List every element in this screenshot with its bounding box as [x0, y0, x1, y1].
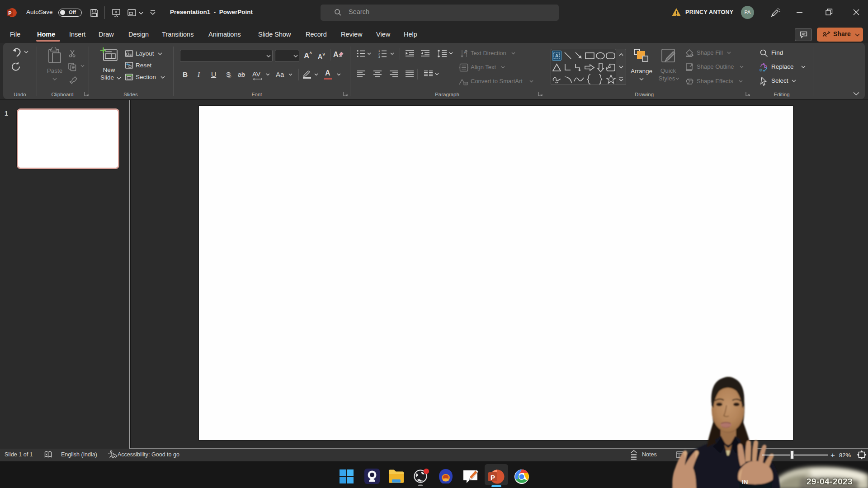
svg-text:3: 3	[378, 55, 380, 58]
svg-text:A: A	[555, 53, 558, 58]
svg-text:P: P	[8, 10, 11, 16]
svg-text:P: P	[491, 474, 495, 481]
svg-text:c: c	[760, 67, 762, 72]
